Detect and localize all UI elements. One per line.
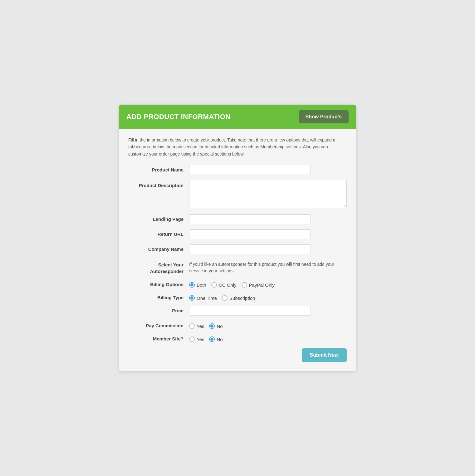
billing-paypal-radio[interactable] xyxy=(242,282,247,288)
return-url-label: Return URL xyxy=(128,229,189,237)
billing-both-label[interactable]: Both xyxy=(197,282,206,288)
member-no-radio[interactable] xyxy=(209,336,215,342)
product-description-wrapper xyxy=(189,180,347,209)
billing-onetime-radio[interactable] xyxy=(189,295,195,301)
billing-subscription-radio[interactable] xyxy=(222,295,228,301)
product-description-textarea[interactable] xyxy=(189,180,347,208)
billing-both-item[interactable]: Both xyxy=(189,282,206,288)
member-yes-radio[interactable] xyxy=(189,336,195,342)
page-title: ADD PRODUCT INFORMATION xyxy=(126,113,231,121)
form-content: Fill in the information below to create … xyxy=(119,129,356,371)
member-site-label: Member Site? xyxy=(128,334,189,341)
company-name-label: Company Name xyxy=(128,244,189,252)
member-yes-item[interactable]: Yes xyxy=(189,336,204,342)
pay-commission-row: Pay Commission Yes No xyxy=(128,321,347,329)
commission-yes-item[interactable]: Yes xyxy=(189,323,204,329)
billing-subscription-item[interactable]: Subscription xyxy=(222,295,255,301)
billing-options-row: Billing Options Both CC Only PayPal Only xyxy=(128,280,347,288)
product-name-input[interactable] xyxy=(189,165,311,175)
billing-type-group: One Time Subscription xyxy=(189,293,255,301)
product-description-label: Product Description xyxy=(128,180,189,189)
billing-options-label: Billing Options xyxy=(128,280,189,287)
product-name-label: Product Name xyxy=(128,165,189,172)
return-url-input[interactable] xyxy=(189,229,311,239)
commission-no-label[interactable]: No xyxy=(217,324,223,329)
member-no-item[interactable]: No xyxy=(209,336,223,342)
show-products-button[interactable]: Show Products xyxy=(299,110,349,123)
commission-yes-label[interactable]: Yes xyxy=(197,324,204,329)
billing-type-label: Billing Type xyxy=(128,293,189,300)
product-name-row: Product Name xyxy=(128,165,347,175)
billing-cc-label[interactable]: CC Only xyxy=(219,282,237,288)
submit-row: Submit Now xyxy=(128,348,347,362)
member-no-label[interactable]: No xyxy=(217,337,223,342)
billing-options-group: Both CC Only PayPal Only xyxy=(189,280,275,288)
submit-button[interactable]: Submit Now xyxy=(302,348,347,362)
autoresponder-row: Select YourAutoresponder If you'd like a… xyxy=(128,259,347,275)
header: ADD PRODUCT INFORMATION Show Products xyxy=(119,105,356,129)
billing-both-radio[interactable] xyxy=(189,282,195,288)
commission-no-radio[interactable] xyxy=(209,323,215,329)
commission-yes-radio[interactable] xyxy=(189,323,195,329)
autoresponder-description: If you'd like an autoresponder for this … xyxy=(189,259,347,274)
main-container: ADD PRODUCT INFORMATION Show Products Fi… xyxy=(119,105,356,371)
billing-cc-radio[interactable] xyxy=(211,282,217,288)
pay-commission-group: Yes No xyxy=(189,321,223,329)
autoresponder-label: Select YourAutoresponder xyxy=(128,259,189,275)
billing-paypal-item[interactable]: PayPal Only xyxy=(242,282,275,288)
billing-type-row: Billing Type One Time Subscription xyxy=(128,293,347,301)
price-row: Price xyxy=(128,306,347,316)
return-url-row: Return URL xyxy=(128,229,347,239)
company-name-input[interactable] xyxy=(189,244,311,254)
product-description-row: Product Description xyxy=(128,180,347,209)
billing-onetime-item[interactable]: One Time xyxy=(189,295,217,301)
company-name-row: Company Name xyxy=(128,244,347,254)
page-description: Fill in the information below to create … xyxy=(128,136,347,157)
pay-commission-label: Pay Commission xyxy=(128,321,189,328)
landing-page-label: Landing Page xyxy=(128,214,189,222)
landing-page-input[interactable] xyxy=(189,214,311,224)
price-label: Price xyxy=(128,306,189,313)
billing-paypal-label[interactable]: PayPal Only xyxy=(249,282,275,288)
commission-no-item[interactable]: No xyxy=(209,323,223,329)
billing-onetime-label[interactable]: One Time xyxy=(197,295,217,301)
price-input[interactable] xyxy=(189,306,311,316)
member-yes-label[interactable]: Yes xyxy=(197,337,204,342)
member-site-group: Yes No xyxy=(189,334,223,342)
billing-subscription-label[interactable]: Subscription xyxy=(229,295,255,301)
billing-cc-item[interactable]: CC Only xyxy=(211,282,237,288)
landing-page-row: Landing Page xyxy=(128,214,347,224)
member-site-row: Member Site? Yes No xyxy=(128,334,347,342)
